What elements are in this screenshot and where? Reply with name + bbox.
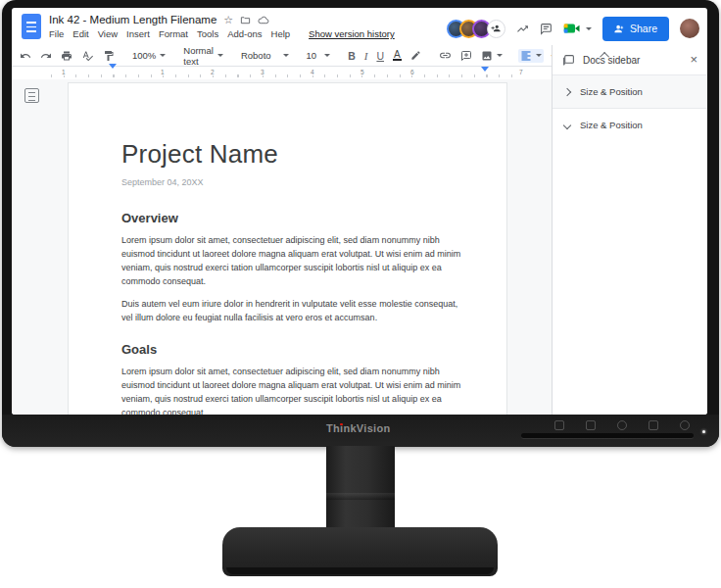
font-size-select[interactable]: 10 <box>305 49 333 62</box>
text-color-button[interactable]: A <box>393 50 402 61</box>
heading-overview[interactable]: Overview <box>121 211 461 225</box>
monitor-brand-logo: ThinkVision <box>326 422 390 434</box>
sidebar-title: Docs sidebar <box>583 55 682 66</box>
chevron-down-icon <box>563 121 571 128</box>
zoom-select[interactable]: 100% <box>130 49 168 62</box>
cloud-saved-icon[interactable] <box>258 15 269 25</box>
undo-button[interactable] <box>18 49 33 63</box>
menu-addons[interactable]: Add-ons <box>227 28 262 39</box>
menu-format[interactable]: Format <box>159 28 188 39</box>
paragraph[interactable]: Lorem ipsum dolor sit amet, consectetuer… <box>121 233 466 288</box>
monitor-chin: ThinkVision <box>2 415 719 447</box>
docs-main-column: 100% Normal text Roboto 10 B I U A <box>12 45 552 415</box>
ruler-ticks <box>51 74 524 77</box>
underline-button[interactable]: U <box>374 49 386 63</box>
chevron-right-icon <box>563 87 571 95</box>
docs-body: 100% Normal text Roboto 10 B I U A <box>12 45 707 415</box>
monitor-screen: Ink 42 - Medium Length Filename ☆ File E… <box>12 8 707 415</box>
monitor-settings-icon <box>649 420 658 430</box>
account-avatar[interactable] <box>680 19 699 38</box>
header-right-cluster: Share <box>447 8 707 43</box>
add-comment-button[interactable] <box>458 49 474 63</box>
toolbar: 100% Normal text Roboto 10 B I U A <box>12 45 552 67</box>
doc-page-title[interactable]: Project Name <box>121 139 461 169</box>
insert-image-button[interactable] <box>479 49 505 63</box>
meet-caret-icon <box>586 27 592 30</box>
monitor-control-icons <box>554 420 690 430</box>
share-button[interactable]: Share <box>602 17 669 41</box>
menu-help[interactable]: Help <box>271 28 291 39</box>
document-canvas[interactable]: Project Name September 04, 20XX Overview… <box>12 79 552 415</box>
sidebar-app-icon <box>562 54 575 67</box>
print-button[interactable] <box>59 49 74 63</box>
close-icon[interactable]: × <box>690 55 697 65</box>
monitor-menu-icon <box>586 420 596 430</box>
document-title[interactable]: Ink 42 - Medium Length Filename <box>49 14 216 25</box>
sidebar-section-label: Size & Position <box>580 86 643 97</box>
heading-goals[interactable]: Goals <box>121 342 461 357</box>
document-page[interactable]: Project Name September 04, 20XX Overview… <box>68 82 507 415</box>
menu-tools[interactable]: Tools <box>197 28 218 39</box>
monitor-power-icon <box>680 420 690 430</box>
ruler-number: 3 <box>259 69 266 75</box>
paint-format-button[interactable] <box>101 49 117 63</box>
collaborator-avatars[interactable] <box>447 20 505 38</box>
bold-button[interactable]: B <box>346 49 358 63</box>
ruler-number: 5 <box>359 69 366 75</box>
ruler-number: 6 <box>409 69 416 75</box>
version-history-link[interactable]: Show version history <box>309 28 395 39</box>
sidebar-section-size-position-expanded[interactable]: Size & Position <box>553 109 707 141</box>
align-button[interactable] <box>518 49 544 63</box>
sidebar-section-label: Size & Position <box>580 120 643 130</box>
docs-logo-icon[interactable] <box>22 14 41 39</box>
horizontal-ruler[interactable]: 1 1 2 3 4 5 6 7 <box>12 67 552 79</box>
follow-person-icon[interactable] <box>487 20 505 38</box>
ruler-number: 4 <box>309 69 316 75</box>
monitor-input-icon <box>554 420 564 430</box>
meet-button[interactable] <box>563 22 592 35</box>
comments-icon[interactable] <box>540 23 553 35</box>
activity-dashboard-icon[interactable] <box>516 23 529 35</box>
ruler-number: 7 <box>517 69 525 75</box>
monitor-button-bar[interactable] <box>521 433 694 438</box>
stage: { "monitor": { "brand_pre": "Th", "brand… <box>0 0 721 588</box>
menu-file[interactable]: File <box>49 28 64 39</box>
ruler-number: 1 <box>60 69 68 75</box>
share-button-label: Share <box>630 23 657 34</box>
font-select[interactable]: Roboto <box>239 49 291 62</box>
menu-view[interactable]: View <box>98 28 118 39</box>
highlight-color-button[interactable] <box>409 49 423 62</box>
italic-button[interactable]: I <box>362 49 370 63</box>
spellcheck-button[interactable] <box>79 49 96 63</box>
menu-insert[interactable]: Insert <box>126 28 150 39</box>
redo-button[interactable] <box>38 49 54 63</box>
title-block: Ink 42 - Medium Length Filename ☆ File E… <box>49 8 395 39</box>
ruler-number: 2 <box>209 69 216 75</box>
docs-header: Ink 42 - Medium Length Filename ☆ File E… <box>12 8 707 45</box>
star-icon[interactable]: ☆ <box>223 15 233 24</box>
monitor-stand-base <box>222 527 498 576</box>
power-led <box>702 430 705 433</box>
document-outline-icon[interactable] <box>24 88 39 103</box>
menu-bar: File Edit View Insert Format Tools Add-o… <box>49 28 395 39</box>
docs-sidebar: Docs sidebar × Size & Position Size & Po… <box>552 45 707 415</box>
monitor: Ink 42 - Medium Length Filename ☆ File E… <box>2 0 719 447</box>
menu-edit[interactable]: Edit <box>72 28 88 39</box>
paragraph[interactable]: Lorem ipsum dolor sit amet, consectetuer… <box>121 365 466 415</box>
monitor-brightness-icon <box>617 420 627 430</box>
move-folder-icon[interactable] <box>240 15 251 25</box>
paragraph[interactable]: Duis autem vel eum iriure dolor in hendr… <box>121 297 466 324</box>
sidebar-section-size-position-collapsed[interactable]: Size & Position <box>553 75 707 109</box>
sidebar-header: Docs sidebar × <box>553 45 707 75</box>
styles-select[interactable]: Normal text <box>181 44 225 68</box>
ruler-number: 1 <box>159 69 167 75</box>
doc-date[interactable]: September 04, 20XX <box>121 177 461 187</box>
monitor-stand-neck <box>326 446 395 539</box>
insert-link-button[interactable] <box>437 48 454 63</box>
